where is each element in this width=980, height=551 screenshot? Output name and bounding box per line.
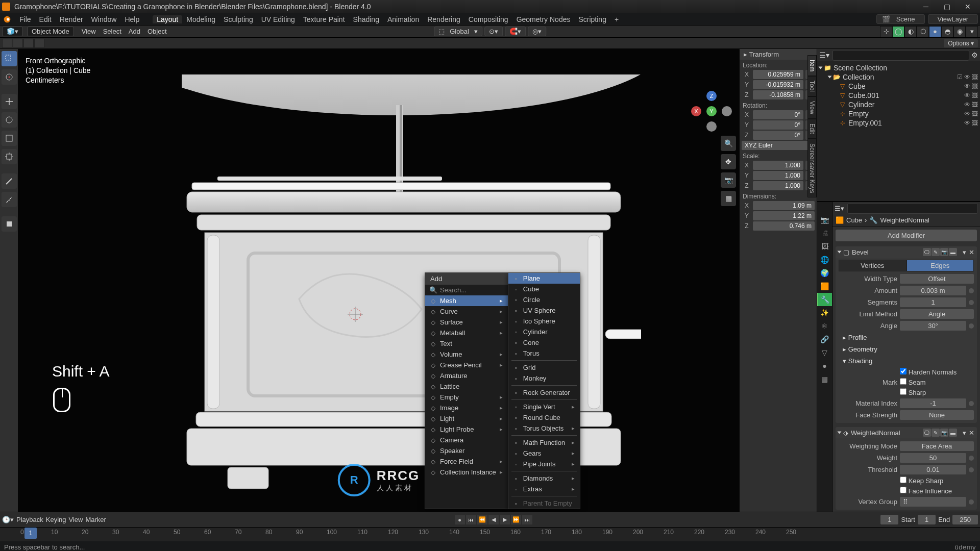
outliner-item[interactable]: ▽Cube.001👁🖼 [818,91,979,100]
mod-cage-icon[interactable]: ▬ [949,429,957,437]
keyframe-icon[interactable] [969,300,974,305]
menu-file[interactable]: File [15,15,35,23]
header-add[interactable]: Add [125,28,144,35]
add-item-surface[interactable]: ◇Surface▸ [425,317,508,328]
jump-start-icon[interactable]: ⏮ [466,515,476,524]
menu-edit[interactable]: Edit [35,15,56,23]
play-rev-icon[interactable]: ◀ [488,515,499,524]
dim-y[interactable]: 1.22 m [753,211,815,220]
outliner-item[interactable]: ▽Cylinder👁🖼 [818,100,979,109]
xray-toggle[interactable]: ◐ [904,26,917,37]
mesh-item-uv-sphere[interactable]: ▫UV Sphere [508,305,580,316]
prop-tab-physics[interactable]: ⚛ [817,319,832,333]
mod-edit-icon[interactable]: ✎ [932,248,940,256]
crumb-modifier[interactable]: WeightedNormal [880,216,929,224]
prop-tab-world[interactable]: 🌍 [817,266,832,280]
maximize-button[interactable]: ▢ [937,1,957,12]
workspace-tab[interactable]: Shading [349,15,383,23]
shading-options[interactable]: ▾ [966,26,978,37]
workspace-tab[interactable]: Animation [383,15,423,23]
loc-x[interactable]: 0.025959 m [753,70,803,79]
loc-z[interactable]: -0.10858 m [753,90,803,99]
amount[interactable]: 0.003 m [900,286,966,295]
timeline-playback[interactable]: Playback [16,516,43,523]
workspace-tab[interactable]: Texture Paint [299,15,349,23]
keyframe-icon[interactable] [969,467,974,472]
add-item-speaker[interactable]: ◇Speaker [425,445,508,456]
rotation-mode[interactable]: XYZ Euler [742,141,815,150]
3d-viewport[interactable]: Front Orthographic (1) Collection | Cube… [18,49,739,512]
crumb-object[interactable]: Cube [846,216,862,224]
mesh-item-cone[interactable]: ▫Cone [508,337,580,348]
mesh-item-pipe-joints[interactable]: ▫Pipe Joints▸ [508,459,580,469]
prop-tab-scene[interactable]: 🌐 [817,253,832,266]
tool-scale[interactable] [2,131,17,146]
mod-realtime-icon[interactable]: 🖵 [923,429,931,437]
outliner-tree[interactable]: 📁Scene Collection 📂Collection☑👁🖼 ▽Cube👁🖼… [817,61,980,201]
shading-matprev[interactable]: ◓ [941,26,953,37]
mesh-item-plane[interactable]: ▫Plane [508,273,580,284]
play-icon[interactable]: ▶ [500,515,510,524]
gizmo-y-icon[interactable]: Y [706,106,717,116]
mesh-item-monkey[interactable]: ▫Monkey [508,373,580,384]
mark-sharp-check[interactable] [900,388,906,395]
weight[interactable]: 50 [900,453,966,463]
prop-tab-output[interactable]: 🖨 [817,227,832,240]
bevel-profile[interactable]: ▸ Profile [839,332,974,343]
npanel-tab-view[interactable]: View [807,96,817,119]
wn-header[interactable]: ⬗ WeightedNormal 🖵✎📷▬ ▾ ✕ [836,427,977,438]
npanel-tab-tool[interactable]: Tool [807,76,817,96]
limit-method[interactable]: Angle [900,309,974,319]
timeline-type-icon[interactable]: 🕒▾ [2,516,14,523]
close-button[interactable]: ✕ [958,1,978,12]
workspace-tab[interactable]: Rendering [423,15,464,23]
dim-x[interactable]: 1.09 m [753,201,815,210]
tool-cursor[interactable] [2,69,17,85]
harden-normals-check[interactable] [900,368,906,374]
add-modifier-button[interactable]: Add Modifier [836,230,977,241]
orientation-dropdown[interactable]: ⬚ Global ▾ [434,27,482,36]
menu-window[interactable]: Window [87,15,121,23]
prop-tab-modifiers[interactable]: 🔧 [817,293,832,306]
snap-toggle[interactable]: 🧲▾ [505,27,526,36]
mesh-item-grid[interactable]: ▫Grid [508,362,580,373]
shading-wire[interactable]: ⬡ [917,26,929,37]
rot-x[interactable]: 0° [753,110,803,119]
tool-annotate[interactable] [2,173,17,189]
npanel-tab-item[interactable]: Item [807,55,817,76]
mesh-item-torus-objects[interactable]: ▫Torus Objects▸ [508,423,580,434]
proportional-toggle[interactable]: ◎▾ [528,27,546,36]
next-key-icon[interactable]: ⏩ [511,515,521,524]
tool-measure[interactable] [2,192,17,207]
weighting-mode[interactable]: Face Area [900,441,974,451]
add-item-image[interactable]: ◇Image▸ [425,403,508,413]
add-item-metaball[interactable]: ◇Metaball▸ [425,328,508,338]
pivot-dropdown[interactable]: ⊙▾ [484,27,503,36]
bevel-vertices[interactable]: Vertices [839,260,906,271]
prop-tab-object[interactable]: 🟧 [817,280,832,293]
mod-close-icon[interactable]: ✕ [969,248,974,256]
props-type-icon[interactable]: ☰▾ [835,205,844,212]
vertex-group[interactable]: ⠿ [900,497,966,507]
menu-render[interactable]: Render [56,15,87,23]
loc-y[interactable]: -0.015932 m [753,80,803,89]
workspace-add[interactable]: + [610,15,623,23]
prop-tab-constraints[interactable]: 🔗 [817,333,832,346]
pivot-options[interactable] [13,39,23,48]
mod-cage-icon[interactable]: ▬ [949,248,957,256]
header-object[interactable]: Object [144,28,170,35]
rot-y[interactable]: 0° [753,120,803,130]
outliner-item[interactable]: ▽Cube👁🖼 [818,82,979,91]
mesh-item-math-function[interactable]: ▫Math Function▸ [508,437,580,448]
header-view[interactable]: View [78,28,100,35]
keyframe-icon[interactable] [969,323,974,329]
mesh-item-round-cube[interactable]: ▫Round Cube [508,412,580,423]
face-influence-check[interactable] [900,487,906,493]
timeline-keying[interactable]: Keying [46,516,66,523]
jump-end-icon[interactable]: ⏭ [522,515,532,524]
add-item-empty[interactable]: ◇Empty▸ [425,392,508,403]
invert-icon[interactable] [969,499,974,505]
viewlayer-selector[interactable]: ViewLayer [928,14,978,24]
bevel-shading[interactable]: ▾ Shading [839,355,974,367]
shading-rendered[interactable]: ◉ [953,26,966,37]
